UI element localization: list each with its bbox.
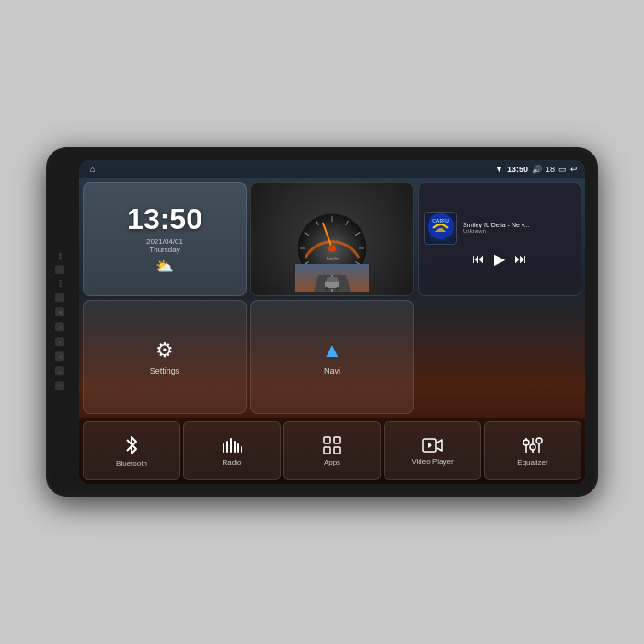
side-btn-7[interactable]: +	[55, 367, 64, 376]
wifi-icon: ▼	[495, 165, 503, 174]
settings-icon: ⚙	[155, 339, 174, 362]
mic-label: MIC	[58, 253, 63, 259]
side-buttons: MIC RST ⊙ ◁ ○ ◁ + −	[55, 253, 64, 390]
side-btn-4[interactable]: ◁	[55, 323, 64, 332]
side-btn-1[interactable]	[55, 266, 64, 275]
apps-label: Apps	[324, 458, 340, 466]
navi-label: Navi	[324, 366, 340, 375]
rst-label: RST	[58, 281, 63, 288]
speedometer-widget: km/h	[250, 182, 414, 296]
music-info: Smiley ft. Delia - Ne v... Unknown	[463, 222, 575, 234]
svg-point-19	[336, 287, 339, 291]
weather-icon: ⛅	[155, 258, 174, 275]
play-button[interactable]: ▶	[494, 250, 505, 268]
clock-widget: 13:50 2021/04/01 Thursday ⛅	[83, 182, 247, 296]
side-btn-6[interactable]: ◁	[55, 352, 64, 362]
music-artist: Unknown	[463, 228, 575, 234]
bluetooth-icon	[123, 435, 140, 455]
clock-date: 2021/04/01 Thursday	[146, 237, 183, 254]
status-time: 13:50	[507, 165, 528, 174]
prev-button[interactable]: ⏮	[472, 251, 485, 266]
video-player-button[interactable]: Video Player	[384, 421, 481, 480]
music-title: Smiley ft. Delia - Ne v...	[463, 222, 575, 228]
next-button[interactable]: ⏭	[514, 251, 527, 266]
svg-rect-28	[324, 437, 330, 443]
svg-rect-17	[327, 277, 338, 282]
svg-text:CARFU: CARFU	[432, 218, 449, 224]
back-icon[interactable]: ↩	[570, 165, 578, 174]
side-btn-3[interactable]: ⊙	[55, 308, 64, 317]
road-scene	[295, 264, 369, 292]
navi-icon: ▲	[322, 339, 342, 362]
svg-rect-27	[241, 446, 242, 453]
speedometer-svg: km/h	[291, 207, 374, 271]
side-btn-5[interactable]: ○	[55, 338, 64, 347]
equalizer-icon	[523, 436, 543, 454]
clock-time: 13:50	[127, 204, 202, 234]
signal-number: 18	[546, 165, 555, 174]
svg-rect-26	[237, 443, 239, 453]
svg-text:km/h: km/h	[326, 256, 338, 261]
svg-rect-25	[234, 441, 236, 453]
video-player-label: Video Player	[411, 457, 453, 466]
side-btn-2[interactable]	[55, 293, 64, 303]
svg-rect-22	[223, 443, 224, 453]
side-btn-8[interactable]: −	[55, 382, 64, 391]
radio-icon	[222, 436, 242, 454]
svg-rect-29	[334, 437, 340, 443]
video-icon	[422, 437, 443, 454]
car-head-unit: MIC RST ⊙ ◁ ○ ◁ + − ⌂ ▼ 13:50 🔊 18 ▭ ↩ 1…	[46, 147, 598, 497]
home-status-icon: ⌂	[90, 165, 95, 174]
equalizer-label: Equalizer	[517, 458, 547, 466]
main-grid: 13:50 2021/04/01 Thursday ⛅	[79, 178, 585, 418]
bottom-bar: Bluetooth Radio	[79, 418, 585, 484]
svg-point-18	[325, 287, 328, 291]
radio-label: Radio	[223, 458, 242, 466]
apps-button[interactable]: Apps	[283, 421, 381, 480]
battery-icon: ▭	[558, 165, 567, 174]
svg-point-11	[328, 245, 336, 252]
status-left-icons: ⌂	[90, 165, 95, 174]
album-art: CARFU	[424, 212, 457, 245]
bluetooth-label: Bluetooth	[116, 459, 147, 467]
apps-icon	[323, 436, 341, 454]
equalizer-button[interactable]: Equalizer	[484, 421, 581, 480]
music-widget: CARFU Smiley ft. Delia - Ne v... Unknown…	[418, 182, 581, 296]
status-bar: ⌂ ▼ 13:50 🔊 18 ▭ ↩	[79, 160, 585, 178]
settings-widget[interactable]: ⚙ Settings	[83, 300, 247, 414]
screen: ⌂ ▼ 13:50 🔊 18 ▭ ↩ 13:50 2021/04/01 Thur…	[79, 160, 585, 484]
settings-label: Settings	[150, 366, 180, 375]
radio-button[interactable]: Radio	[183, 421, 281, 480]
svg-rect-30	[324, 447, 330, 454]
bluetooth-button[interactable]: Bluetooth	[83, 421, 180, 480]
music-top: CARFU Smiley ft. Delia - Ne v... Unknown	[424, 212, 575, 245]
svg-rect-31	[334, 447, 340, 454]
album-logo: CARFU	[426, 212, 455, 244]
volume-icon: 🔊	[532, 165, 542, 174]
svg-rect-23	[226, 441, 228, 453]
svg-rect-24	[230, 438, 232, 453]
navi-widget[interactable]: ▲ Navi	[250, 300, 414, 414]
svg-marker-33	[428, 443, 432, 448]
music-controls: ⏮ ▶ ⏭	[472, 250, 527, 268]
